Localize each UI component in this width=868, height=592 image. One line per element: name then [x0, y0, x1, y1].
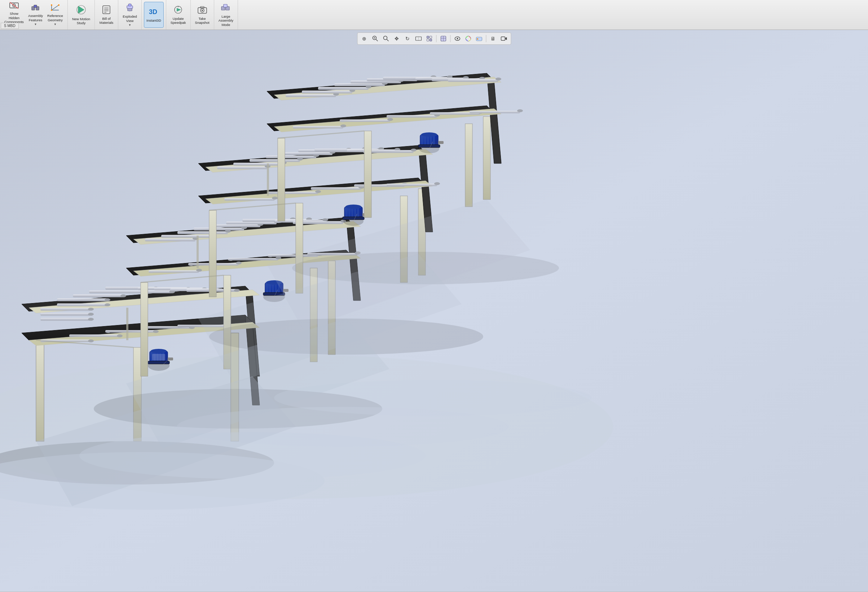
large-assembly-mode-button[interactable]: LargeAssemblyMode — [216, 2, 235, 28]
instant3d-icon: 3D — [148, 7, 159, 18]
view-selector-icon[interactable] — [424, 34, 434, 43]
svg-rect-284 — [318, 87, 369, 90]
motion-group: New MotionStudy — [68, 0, 95, 30]
svg-point-11 — [51, 4, 52, 6]
bill-of-materials-button[interactable]: Bill ofMaterials — [97, 2, 116, 28]
screen-capture-icon[interactable]: 🖥 — [488, 34, 497, 43]
svg-rect-77 — [40, 313, 91, 316]
canvas-area[interactable] — [0, 30, 868, 592]
svg-rect-334 — [418, 145, 440, 148]
svg-rect-151 — [161, 235, 212, 238]
svg-rect-45 — [430, 36, 432, 38]
svg-line-7 — [52, 5, 59, 10]
zoom-icon[interactable] — [371, 34, 380, 43]
svg-rect-281 — [302, 90, 352, 93]
svg-rect-313 — [293, 126, 343, 129]
svg-rect-251 — [311, 187, 361, 190]
svg-point-249 — [315, 190, 321, 193]
svg-point-12 — [51, 9, 52, 11]
conveyor-scene — [0, 30, 868, 592]
svg-point-115 — [88, 339, 94, 342]
svg-rect-140 — [141, 283, 148, 376]
svg-point-336 — [421, 132, 437, 137]
svg-rect-89 — [73, 295, 123, 297]
main-toolbar: ShowHiddenComponents ▼ AssemblyFeatures … — [0, 0, 868, 30]
svg-point-173 — [322, 218, 328, 221]
svg-rect-257 — [387, 184, 437, 186]
svg-rect-308 — [448, 79, 498, 82]
svg-point-84 — [105, 303, 110, 306]
assembly-mode-group: LargeAssemblyMode — [214, 0, 238, 30]
svg-rect-160 — [210, 224, 260, 227]
exploded-group: ExplodedView ▼ — [118, 0, 142, 30]
svg-rect-248 — [267, 192, 318, 194]
svg-point-32 — [202, 10, 203, 11]
exploded-view-button[interactable]: ExplodedView ▼ — [120, 2, 139, 28]
svg-rect-83 — [57, 303, 108, 306]
svg-line-37 — [376, 39, 378, 41]
display-style-icon[interactable] — [438, 34, 448, 43]
rotate-icon[interactable]: ↻ — [403, 34, 412, 43]
reference-geometry-button[interactable]: ReferenceGeometry ▼ — [45, 2, 65, 28]
svg-rect-22 — [128, 4, 131, 6]
separator-3 — [486, 35, 486, 42]
separator-1 — [436, 35, 436, 42]
svg-point-241 — [411, 149, 416, 151]
mbd-button[interactable]: S MBD — [1, 23, 19, 29]
record-icon[interactable] — [499, 34, 508, 43]
svg-rect-273 — [483, 117, 490, 200]
large-assembly-label: LargeAssemblyMode — [218, 15, 233, 27]
svg-marker-27 — [177, 8, 181, 12]
assembly-features-arrow: ▼ — [34, 23, 37, 26]
svg-rect-245 — [224, 198, 275, 201]
scenes-icon[interactable] — [474, 34, 484, 43]
svg-rect-80 — [40, 318, 91, 321]
svg-marker-13 — [78, 6, 84, 13]
svg-rect-44 — [427, 36, 429, 38]
floating-toolbar: ⊕ ✥ ↻ 🖥 — [357, 33, 511, 45]
svg-rect-138 — [152, 354, 165, 360]
svg-rect-63 — [36, 340, 44, 441]
large-assembly-icon — [221, 3, 231, 14]
svg-rect-148 — [145, 238, 195, 241]
zoom-window-icon[interactable] — [381, 34, 391, 43]
svg-rect-319 — [387, 115, 437, 118]
snapshot-group: TakeSnapshot — [191, 0, 214, 30]
manipulator-icon[interactable]: ⊕ — [360, 34, 369, 43]
new-motion-study-button[interactable]: New MotionStudy — [70, 2, 92, 28]
bom-icon — [101, 5, 111, 16]
take-snapshot-label: TakeSnapshot — [195, 16, 210, 25]
section-icon[interactable] — [413, 34, 423, 43]
assembly-features-button[interactable]: AssemblyFeatures ▼ — [26, 2, 45, 28]
new-motion-icon — [76, 5, 86, 16]
pan-icon[interactable]: ✥ — [392, 34, 402, 43]
instant3d-group: 3D Instant3D — [142, 0, 166, 30]
svg-rect-120 — [105, 330, 156, 333]
update-speedpak-button[interactable]: UpdateSpeedpak — [168, 2, 188, 28]
svg-rect-6 — [34, 5, 37, 7]
svg-rect-351 — [267, 163, 269, 196]
svg-point-137 — [151, 349, 167, 353]
svg-point-78 — [88, 313, 94, 316]
reference-geometry-icon — [50, 4, 60, 13]
new-motion-study-label: New MotionStudy — [72, 17, 90, 25]
svg-rect-57 — [501, 37, 505, 40]
instant3d-button[interactable]: 3D Instant3D — [144, 2, 164, 28]
svg-rect-74 — [40, 308, 91, 311]
svg-rect-349 — [126, 308, 128, 340]
exploded-view-icon — [125, 3, 135, 14]
svg-point-52 — [456, 38, 458, 39]
instant3d-label: Instant3D — [146, 18, 161, 22]
svg-rect-47 — [430, 39, 432, 41]
separator-2 — [450, 35, 450, 42]
hide-show-icon[interactable] — [453, 34, 462, 43]
svg-text:3D: 3D — [149, 8, 157, 16]
reference-geometry-arrow: ▼ — [54, 23, 57, 26]
svg-rect-86 — [57, 298, 108, 301]
svg-rect-186 — [228, 258, 278, 260]
svg-point-81 — [88, 318, 94, 321]
svg-rect-213 — [217, 166, 267, 169]
svg-rect-205 — [209, 210, 216, 297]
appearance-icon[interactable] — [464, 34, 473, 43]
take-snapshot-button[interactable]: TakeSnapshot — [193, 2, 212, 28]
